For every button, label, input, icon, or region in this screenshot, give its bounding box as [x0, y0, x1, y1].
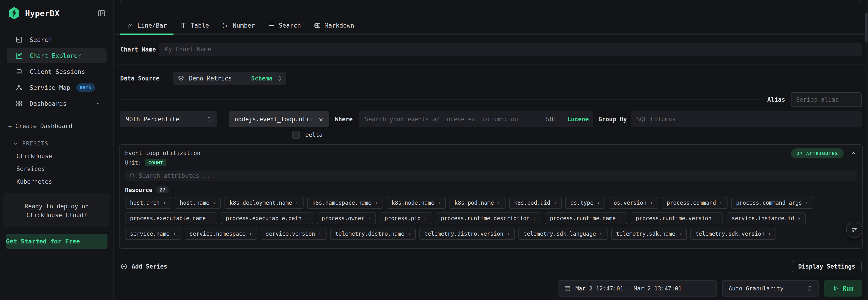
attribute-search-input[interactable]: [139, 172, 853, 179]
sidebar-item-service-map[interactable]: Service Map BETA: [7, 80, 106, 95]
chevron-right-icon: ›: [768, 231, 771, 237]
alias-input[interactable]: [796, 96, 857, 103]
attribute-chip[interactable]: process.command›: [662, 197, 727, 209]
vertical-scrollbar[interactable]: [865, 0, 868, 300]
sidebar-item-label: Chart Explorer: [30, 52, 82, 59]
attribute-chip[interactable]: process.runtime.version›: [631, 213, 723, 224]
attribute-chip[interactable]: service.namespace›: [185, 228, 257, 240]
sidebar-item-client-sessions[interactable]: Client Sessions: [7, 64, 106, 79]
sidebar-collapse-icon[interactable]: [97, 9, 106, 17]
scrollbar-thumb[interactable]: [865, 12, 868, 42]
preset-item[interactable]: Kubernetes: [17, 178, 114, 185]
sidebar-item-search[interactable]: Search: [7, 32, 106, 47]
preset-item[interactable]: ClickHouse: [17, 153, 114, 160]
delta-checkbox[interactable]: [292, 131, 300, 139]
chevron-right-icon: ›: [719, 200, 722, 206]
group-by-field: [631, 111, 862, 127]
attribute-chip[interactable]: telemetry.sdk.version›: [690, 228, 776, 240]
run-button[interactable]: Run: [824, 280, 862, 297]
attribute-chip[interactable]: host.arch›: [125, 197, 171, 209]
aggregation-value: 90th Percentile: [126, 116, 179, 122]
where-search-input[interactable]: [365, 116, 546, 122]
attribute-chip[interactable]: telemetry.distro.name›: [330, 228, 416, 240]
filter-floating-button[interactable]: [846, 222, 863, 238]
plus-circle-icon: [120, 263, 127, 270]
attribute-chip[interactable]: process.runtime.description›: [436, 213, 541, 224]
query-controls-bar: 1 Mar 2 12:47:01 - Mar 2 13:47:01 Auto G…: [558, 280, 862, 297]
svg-text:3: 3: [225, 24, 227, 27]
search-panels-icon: [16, 36, 23, 43]
granularity-select[interactable]: Auto Granularity: [722, 280, 818, 297]
tab-line-bar[interactable]: Line/Bar: [120, 18, 174, 33]
sql-option[interactable]: SQL: [546, 116, 557, 122]
group-by-input[interactable]: [637, 116, 856, 122]
attribute-chip[interactable]: host.name›: [175, 197, 221, 209]
attribute-chip[interactable]: service.instance.id›: [726, 213, 806, 224]
sidebar-item-label: Dashboards: [30, 100, 67, 107]
attribute-chip[interactable]: k8s.deployment.name›: [224, 197, 304, 209]
attribute-chip[interactable]: telemetry.sdk.name›: [611, 228, 687, 240]
attribute-chip[interactable]: process.executable.name›: [125, 213, 217, 224]
attribute-chip[interactable]: process.runtime.name›: [545, 213, 627, 224]
data-source-label: Data Source: [120, 75, 173, 82]
attribute-chip[interactable]: telemetry.sdk.language›: [519, 228, 607, 240]
attribute-group-label: Resource: [125, 187, 152, 193]
attribute-chip[interactable]: k8s.node.name›: [386, 197, 446, 209]
attribute-chip[interactable]: process.command_args›: [731, 197, 813, 209]
data-source-select[interactable]: Demo Metrics Schema: [173, 72, 286, 85]
attribute-chip[interactable]: os.version›: [609, 197, 658, 209]
attribute-chip[interactable]: k8s.namespace.name›: [307, 197, 383, 209]
create-dashboard-button[interactable]: + Create Dashboard: [8, 122, 114, 130]
query-language-toggle[interactable]: SQL | Lucene: [546, 116, 589, 122]
metric-tag[interactable]: nodejs.event_loop.util ✕: [228, 111, 329, 127]
tab-markdown[interactable]: Markdown: [307, 18, 361, 33]
service-map-icon: [16, 84, 23, 91]
aggregation-select[interactable]: 90th Percentile: [120, 111, 217, 127]
where-field: SQL | Lucene: [359, 111, 593, 127]
attribute-chip[interactable]: k8s.pod.name›: [450, 197, 505, 209]
list-icon: [268, 22, 275, 29]
collapse-panel-icon[interactable]: [850, 148, 857, 157]
attribute-chip[interactable]: process.executable.path›: [221, 213, 313, 224]
metric-name: nodejs.event_loop.util: [235, 116, 313, 122]
schema-link[interactable]: Schema: [251, 75, 273, 82]
chevron-right-icon: ›: [715, 215, 718, 222]
attribute-chip[interactable]: process.owner›: [317, 213, 376, 224]
previous-panel-edge: [120, 0, 860, 4]
display-settings-button[interactable]: Display Settings: [792, 261, 862, 272]
chevron-right-icon: ›: [163, 200, 166, 206]
attribute-chip[interactable]: telemetry.distro.version›: [420, 228, 515, 240]
chevron-right-icon: ›: [533, 215, 536, 222]
sidebar-item-dashboards[interactable]: Dashboards: [7, 96, 106, 111]
attribute-chip[interactable]: service.name›: [125, 228, 181, 240]
chevron-right-icon: ›: [295, 200, 299, 206]
chart-name-input[interactable]: [165, 46, 856, 53]
panel-header: Event loop utilization Unit: COUNT 27 AT…: [125, 148, 857, 166]
chevron-right-icon: ›: [554, 200, 557, 206]
attribute-chip[interactable]: process.pid›: [379, 213, 432, 224]
sidebar-nav: Search Chart Explorer Client Sessions Se…: [0, 32, 114, 112]
tab-number[interactable]: 123 Number: [216, 18, 261, 33]
get-started-button[interactable]: Get Started for Free: [6, 234, 107, 249]
remove-metric-icon[interactable]: ✕: [319, 115, 323, 123]
tab-table[interactable]: Table: [174, 18, 216, 33]
time-range-picker[interactable]: 1 Mar 2 12:47:01 - Mar 2 13:47:01: [558, 280, 717, 297]
attribute-chip[interactable]: service.version›: [261, 228, 327, 240]
data-source-row: Data Source Demo Metrics Schema: [120, 72, 862, 85]
lucene-option[interactable]: Lucene: [567, 116, 589, 122]
chevron-right-icon: ›: [213, 200, 216, 206]
chevron-right-icon: ›: [497, 200, 500, 206]
data-source-value: Demo Metrics: [189, 75, 232, 82]
sidebar-item-chart-explorer[interactable]: Chart Explorer: [7, 48, 106, 63]
preset-item[interactable]: Services: [17, 165, 114, 172]
tab-search[interactable]: Search: [261, 18, 308, 33]
table-icon: [180, 22, 187, 29]
main-content: Line/Bar Table 123 Number Search Markdow…: [114, 0, 868, 300]
chevron-right-icon: ›: [650, 200, 653, 206]
attribute-chip[interactable]: os.type›: [565, 197, 605, 209]
add-series-button[interactable]: Add Series: [120, 263, 167, 270]
presets-header[interactable]: PRESETS: [13, 140, 114, 147]
unit-row: Unit: COUNT: [125, 159, 200, 166]
alias-field: [791, 92, 862, 107]
attribute-chip[interactable]: k8s.pod.uid›: [509, 197, 562, 209]
